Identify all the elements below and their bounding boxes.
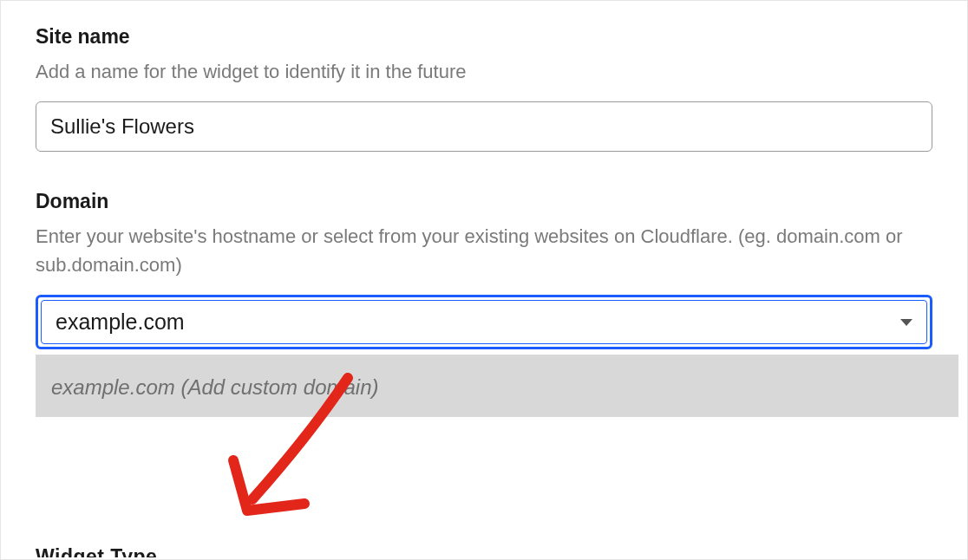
form-container: Site name Add a name for the widget to i…	[0, 0, 968, 560]
site-name-group: Site name Add a name for the widget to i…	[36, 25, 932, 152]
domain-dropdown-option[interactable]: example.com (Add custom domain)	[51, 375, 943, 400]
site-name-label: Site name	[36, 25, 932, 49]
domain-dropdown-panel: example.com (Add custom domain)	[36, 355, 958, 417]
widget-type-label-partial: Widget Type	[36, 545, 157, 557]
site-name-help: Add a name for the widget to identify it…	[36, 57, 932, 86]
domain-select-value: example.com	[56, 309, 185, 335]
site-name-input[interactable]	[36, 101, 932, 152]
domain-help: Enter your website's hostname or select …	[36, 222, 932, 279]
chevron-down-icon	[900, 319, 912, 326]
domain-label: Domain	[36, 190, 932, 213]
domain-select[interactable]: example.com	[36, 295, 932, 349]
domain-group: Domain Enter your website's hostname or …	[36, 190, 932, 349]
